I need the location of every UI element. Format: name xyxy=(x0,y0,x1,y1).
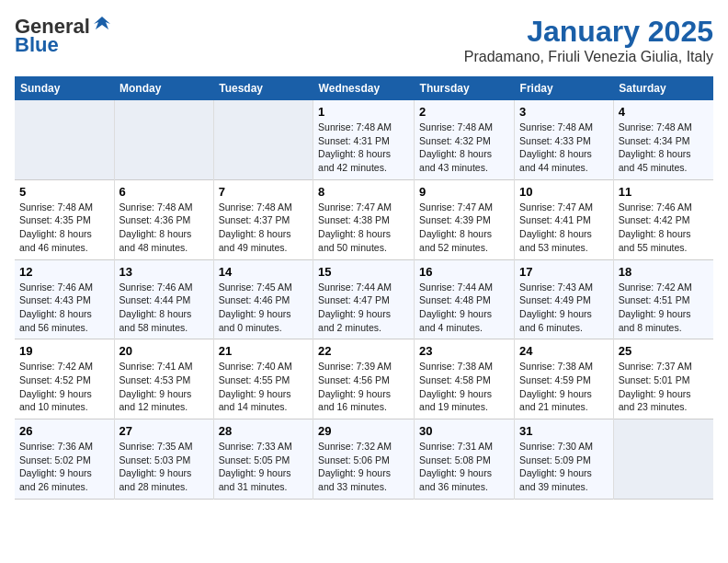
sunrise-label: Sunrise: 7:44 AM xyxy=(318,282,392,293)
sunset-label: Sunset: 4:43 PM xyxy=(19,294,91,305)
sunrise-label: Sunrise: 7:37 AM xyxy=(619,361,692,372)
sunrise-label: Sunrise: 7:36 AM xyxy=(19,441,93,452)
calendar-cell: 13Sunrise: 7:46 AMSunset: 4:44 PMDayligh… xyxy=(114,259,213,339)
daylight-label: Daylight: 9 hours and 16 minutes. xyxy=(318,388,391,413)
sunset-label: Sunset: 4:55 PM xyxy=(219,374,290,385)
sunset-label: Sunset: 4:35 PM xyxy=(19,214,91,225)
daylight-label: Daylight: 9 hours and 39 minutes. xyxy=(519,467,592,492)
calendar-cell: 29Sunrise: 7:32 AMSunset: 5:06 PMDayligh… xyxy=(313,419,415,500)
sunset-label: Sunset: 4:46 PM xyxy=(219,294,290,305)
cell-content: Sunrise: 7:33 AMSunset: 5:05 PMDaylight:… xyxy=(219,440,308,494)
sunrise-label: Sunrise: 7:46 AM xyxy=(119,282,193,293)
sunrise-label: Sunrise: 7:38 AM xyxy=(419,361,493,372)
sunrise-label: Sunrise: 7:48 AM xyxy=(219,201,292,213)
sunset-label: Sunset: 4:51 PM xyxy=(619,294,690,305)
sunrise-label: Sunrise: 7:48 AM xyxy=(318,121,392,132)
sunrise-label: Sunrise: 7:32 AM xyxy=(318,441,392,452)
cell-content: Sunrise: 7:42 AMSunset: 4:51 PMDaylight:… xyxy=(619,281,709,335)
calendar-cell: 11Sunrise: 7:46 AMSunset: 4:42 PMDayligh… xyxy=(613,179,713,259)
cell-content: Sunrise: 7:48 AMSunset: 4:35 PMDaylight:… xyxy=(19,201,109,255)
sunrise-label: Sunrise: 7:47 AM xyxy=(419,201,493,213)
sunset-label: Sunset: 5:09 PM xyxy=(519,454,591,465)
sunrise-label: Sunrise: 7:44 AM xyxy=(419,282,493,293)
calendar-cell: 31Sunrise: 7:30 AMSunset: 5:09 PMDayligh… xyxy=(515,419,614,500)
sunset-label: Sunset: 4:34 PM xyxy=(619,135,690,146)
sunset-label: Sunset: 4:32 PM xyxy=(419,135,491,146)
cell-content: Sunrise: 7:47 AMSunset: 4:41 PMDaylight:… xyxy=(519,201,609,255)
day-header-thursday: Thursday xyxy=(415,76,515,100)
daylight-label: Daylight: 9 hours and 33 minutes. xyxy=(318,467,391,492)
day-number: 25 xyxy=(619,344,709,358)
sunrise-label: Sunrise: 7:47 AM xyxy=(318,201,392,213)
calendar-cell: 24Sunrise: 7:38 AMSunset: 4:59 PMDayligh… xyxy=(515,339,614,419)
calendar-cell: 14Sunrise: 7:45 AMSunset: 4:46 PMDayligh… xyxy=(213,259,313,339)
cell-content: Sunrise: 7:47 AMSunset: 4:38 PMDaylight:… xyxy=(318,201,409,255)
cell-content: Sunrise: 7:42 AMSunset: 4:52 PMDaylight:… xyxy=(19,360,109,414)
day-number: 30 xyxy=(419,424,509,438)
sunset-label: Sunset: 4:42 PM xyxy=(619,214,690,225)
daylight-label: Daylight: 8 hours and 43 minutes. xyxy=(419,148,492,173)
day-number: 27 xyxy=(119,424,209,438)
sunset-label: Sunset: 5:01 PM xyxy=(619,374,690,385)
cell-content: Sunrise: 7:37 AMSunset: 5:01 PMDaylight:… xyxy=(619,360,709,414)
cell-content: Sunrise: 7:48 AMSunset: 4:37 PMDaylight:… xyxy=(219,201,308,255)
daylight-label: Daylight: 9 hours and 26 minutes. xyxy=(19,467,92,492)
week-row-3: 12Sunrise: 7:46 AMSunset: 4:43 PMDayligh… xyxy=(15,259,713,339)
calendar-cell: 28Sunrise: 7:33 AMSunset: 5:05 PMDayligh… xyxy=(213,419,313,500)
daylight-label: Daylight: 9 hours and 8 minutes. xyxy=(619,308,691,333)
daylight-label: Daylight: 9 hours and 6 minutes. xyxy=(519,308,592,333)
calendar-cell: 23Sunrise: 7:38 AMSunset: 4:58 PMDayligh… xyxy=(415,339,515,419)
day-number: 23 xyxy=(419,344,509,358)
svg-marker-0 xyxy=(94,17,110,29)
cell-content: Sunrise: 7:35 AMSunset: 5:03 PMDaylight:… xyxy=(119,440,209,494)
daylight-label: Daylight: 9 hours and 36 minutes. xyxy=(419,467,492,492)
sunset-label: Sunset: 5:05 PM xyxy=(219,454,290,465)
daylight-label: Daylight: 8 hours and 49 minutes. xyxy=(219,228,291,253)
day-number: 26 xyxy=(19,424,109,438)
sunset-label: Sunset: 4:41 PM xyxy=(519,214,591,225)
daylight-label: Daylight: 8 hours and 50 minutes. xyxy=(318,228,391,253)
cell-content: Sunrise: 7:39 AMSunset: 4:56 PMDaylight:… xyxy=(318,360,409,414)
sunrise-label: Sunrise: 7:39 AM xyxy=(318,361,392,372)
day-number: 2 xyxy=(419,105,509,119)
daylight-label: Daylight: 9 hours and 10 minutes. xyxy=(19,388,92,413)
cell-content: Sunrise: 7:44 AMSunset: 4:47 PMDaylight:… xyxy=(318,281,409,335)
day-number: 19 xyxy=(19,344,109,358)
cell-content: Sunrise: 7:36 AMSunset: 5:02 PMDaylight:… xyxy=(19,440,109,494)
cell-content: Sunrise: 7:32 AMSunset: 5:06 PMDaylight:… xyxy=(318,440,409,494)
cell-content: Sunrise: 7:48 AMSunset: 4:36 PMDaylight:… xyxy=(119,201,209,255)
logo-bird-icon xyxy=(92,15,112,35)
day-header-sunday: Sunday xyxy=(15,76,114,100)
sunrise-label: Sunrise: 7:35 AM xyxy=(119,441,193,452)
cell-content: Sunrise: 7:46 AMSunset: 4:44 PMDaylight:… xyxy=(119,281,209,335)
day-number: 7 xyxy=(219,185,308,199)
calendar-cell: 12Sunrise: 7:46 AMSunset: 4:43 PMDayligh… xyxy=(15,259,114,339)
day-number: 10 xyxy=(519,185,609,199)
daylight-label: Daylight: 8 hours and 48 minutes. xyxy=(119,228,192,253)
cell-content: Sunrise: 7:46 AMSunset: 4:42 PMDaylight:… xyxy=(619,201,709,255)
calendar-cell: 16Sunrise: 7:44 AMSunset: 4:48 PMDayligh… xyxy=(415,259,515,339)
daylight-label: Daylight: 9 hours and 21 minutes. xyxy=(519,388,592,413)
cell-content: Sunrise: 7:44 AMSunset: 4:48 PMDaylight:… xyxy=(419,281,509,335)
sunrise-label: Sunrise: 7:42 AM xyxy=(619,282,692,293)
day-header-monday: Monday xyxy=(114,76,213,100)
calendar-cell: 6Sunrise: 7:48 AMSunset: 4:36 PMDaylight… xyxy=(114,179,213,259)
calendar-cell: 7Sunrise: 7:48 AMSunset: 4:37 PMDaylight… xyxy=(213,179,313,259)
sunrise-label: Sunrise: 7:43 AM xyxy=(519,282,593,293)
sunset-label: Sunset: 5:02 PM xyxy=(19,454,91,465)
calendar-cell: 15Sunrise: 7:44 AMSunset: 4:47 PMDayligh… xyxy=(313,259,415,339)
sunrise-label: Sunrise: 7:46 AM xyxy=(619,201,692,213)
week-row-2: 5Sunrise: 7:48 AMSunset: 4:35 PMDaylight… xyxy=(15,179,713,259)
cell-content: Sunrise: 7:41 AMSunset: 4:53 PMDaylight:… xyxy=(119,360,209,414)
sunrise-label: Sunrise: 7:33 AM xyxy=(219,441,292,452)
sunset-label: Sunset: 5:08 PM xyxy=(419,454,491,465)
sunset-label: Sunset: 4:49 PM xyxy=(519,294,591,305)
day-number: 3 xyxy=(519,105,609,119)
calendar-cell: 3Sunrise: 7:48 AMSunset: 4:33 PMDaylight… xyxy=(515,100,614,179)
day-header-friday: Friday xyxy=(515,76,614,100)
day-header-saturday: Saturday xyxy=(613,76,713,100)
daylight-label: Daylight: 9 hours and 23 minutes. xyxy=(619,388,691,413)
sunrise-label: Sunrise: 7:48 AM xyxy=(419,121,493,132)
sunset-label: Sunset: 4:33 PM xyxy=(519,135,591,146)
day-number: 14 xyxy=(219,265,308,279)
